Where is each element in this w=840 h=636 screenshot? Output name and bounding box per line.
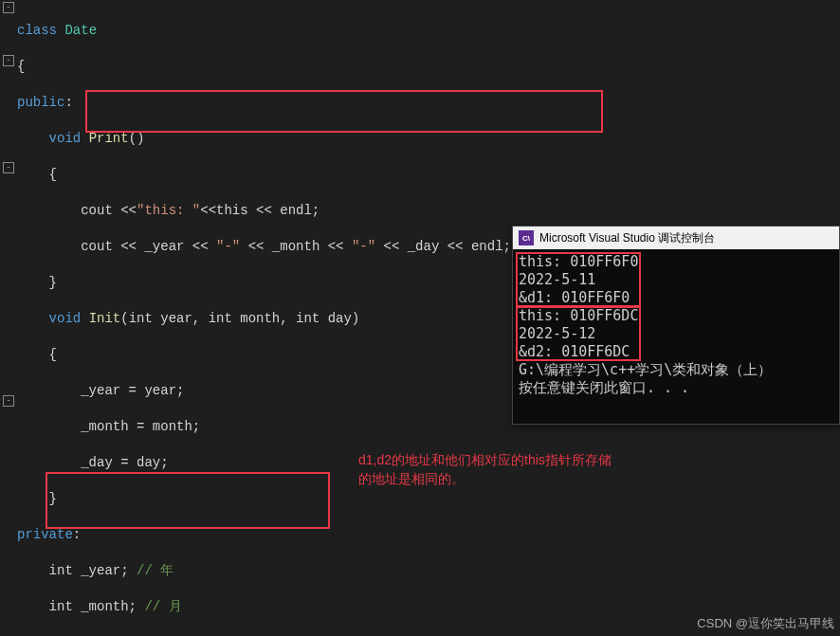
code-text: cout << [17, 203, 137, 218]
console-line: 2022-5-12 [519, 325, 833, 343]
vs-icon: C\ [519, 230, 534, 245]
code-text: _day = day; [17, 455, 169, 470]
console-line: this: 010FF6DC [519, 307, 833, 325]
comment: // 年 [137, 563, 173, 578]
console-line: 2022-5-11 [519, 271, 833, 289]
brace: { [17, 59, 25, 74]
code-text: _year = year; [17, 383, 184, 398]
code-text: int _year; [17, 563, 137, 578]
fold-toggle[interactable]: - [3, 395, 14, 407]
comment: // 月 [144, 599, 181, 614]
brace: } [17, 275, 57, 290]
string-literal: "-" [216, 239, 240, 254]
console-line: &d1: 010FF6F0 [519, 289, 833, 307]
code-text: int _month; [17, 599, 144, 614]
kw-void: void [17, 311, 89, 326]
brace: } [17, 491, 57, 506]
watermark: CSDN @逗你笑出马甲线 [697, 615, 834, 632]
string-literal: "this: " [137, 203, 200, 218]
code-text: <<this << endl; [200, 203, 320, 218]
parens: () [129, 131, 145, 146]
debug-console-window[interactable]: C\ Microsoft Visual Studio 调试控制台 this: 0… [512, 226, 840, 425]
brace: { [17, 167, 57, 182]
code-text: cout << _year << [17, 239, 216, 254]
brace: { [17, 347, 57, 362]
console-line: this: 010FF6F0 [519, 253, 833, 271]
console-line: 按任意键关闭此窗口. . . [519, 379, 833, 397]
fold-toggle[interactable]: - [3, 2, 14, 13]
annotation-text: d1,d2的地址和他们相对应的this指针所存储 的地址是相同的。 [358, 451, 612, 488]
code-text: << _month << [240, 239, 352, 254]
fold-toggle[interactable]: - [3, 162, 14, 173]
func-init: Init [89, 311, 121, 326]
annotation-line: 的地址是相同的。 [358, 470, 612, 489]
params: (int year, int month, int day) [120, 311, 359, 326]
console-title-text: Microsoft Visual Studio 调试控制台 [539, 230, 715, 246]
func-print: Print [89, 131, 129, 146]
code-text: << _day << endl; [375, 239, 511, 254]
console-line: G:\编程学习\c++学习\类和对象（上） [519, 361, 833, 379]
code-text: _month = month; [17, 419, 200, 434]
code-area[interactable]: class Date { public: void Print() { cout… [17, 4, 511, 636]
kw-void: void [17, 131, 89, 146]
fold-toggle[interactable]: - [3, 55, 14, 66]
console-line: &d2: 010FF6DC [519, 343, 833, 361]
annotation-line: d1,d2的地址和他们相对应的this指针所存储 [358, 451, 612, 470]
fold-gutter: - - - - [0, 0, 17, 636]
string-literal: "-" [352, 239, 375, 254]
console-body: this: 010FF6F0 2022-5-11 &d1: 010FF6F0 t… [513, 249, 839, 401]
console-titlebar[interactable]: C\ Microsoft Visual Studio 调试控制台 [513, 227, 839, 249]
